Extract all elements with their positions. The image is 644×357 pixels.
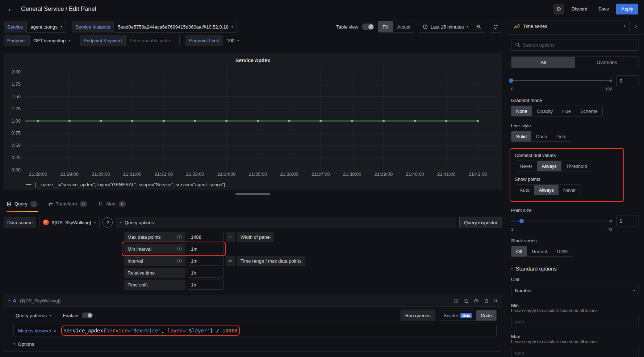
legend-series-label[interactable]: {__name__="service_apdex", layer="GENERA… xyxy=(34,182,225,187)
stack-100-option[interactable]: 100% xyxy=(552,246,573,256)
min-input[interactable] xyxy=(511,316,639,327)
gradient-mode-label: Gradient mode xyxy=(511,98,639,103)
data-source-picker[interactable]: ${DS_SkyWalking} ▾ xyxy=(39,217,100,228)
max-input[interactable] xyxy=(511,347,639,357)
query-row-header[interactable]: ▾ A (${DS_SkyWalking}) xyxy=(4,295,502,307)
data-source-label: Data source xyxy=(4,217,36,228)
endpoint-keyword-input[interactable] xyxy=(125,35,180,46)
stack-off-option[interactable]: Off xyxy=(511,246,527,256)
service-instance-variable-picker[interactable]: 5eed0e5758a244aca6e7699415d360aa@10.52.0… xyxy=(114,21,237,33)
time-series-icon xyxy=(514,24,520,29)
min-interval-input[interactable] xyxy=(188,244,224,254)
service-variable-picker[interactable]: agent::songs ▾ xyxy=(26,21,66,33)
endpoint-limit-label: Endpoint Limit xyxy=(185,35,222,46)
x-tick-label: 21:35:00 xyxy=(242,171,274,177)
data-point xyxy=(414,120,416,122)
time-shift-input[interactable] xyxy=(188,280,224,290)
query-expression[interactable]: service_apdex{service='$service', layer=… xyxy=(63,328,238,333)
relative-time-row: Relative time xyxy=(124,268,502,278)
table-view-toggle[interactable] xyxy=(362,24,374,30)
query-history-button[interactable] xyxy=(453,298,459,303)
x-tick-label: 21:36:00 xyxy=(273,171,306,177)
info-icon[interactable]: i xyxy=(177,247,182,251)
endpoint-keyword-label: Endpoint Keyword xyxy=(80,35,126,46)
duplicate-query-button[interactable] xyxy=(464,298,468,303)
query-patterns-dropdown[interactable]: Query patterns ▾ xyxy=(13,310,54,320)
tab-alert[interactable]: Alert 0 xyxy=(98,196,126,212)
fill-opacity-value-input[interactable] xyxy=(616,75,639,86)
tab-transform[interactable]: ⇄ Transform 0 xyxy=(49,196,87,212)
chart-plot-area[interactable] xyxy=(25,65,497,170)
fill-opacity-slider[interactable] xyxy=(511,77,612,84)
panel-settings-button[interactable]: ⚙ xyxy=(553,4,564,14)
apply-button[interactable]: Apply xyxy=(616,4,638,14)
line-dots-option[interactable]: Dots xyxy=(552,131,571,141)
max-data-points-input[interactable] xyxy=(188,232,224,242)
line-dash-option[interactable]: Dash xyxy=(531,131,552,141)
interval-row: Interval i = Time range / max data point… xyxy=(124,256,502,266)
tab-all[interactable]: All xyxy=(511,57,575,68)
x-tick-label: 21:31:00 xyxy=(116,171,149,177)
remove-query-button[interactable] xyxy=(484,298,489,303)
run-queries-button[interactable]: Run queries xyxy=(401,310,435,321)
time-range-picker[interactable]: Last 15 minutes ▾ xyxy=(419,21,472,33)
standard-options-section[interactable]: ▾ Standard options xyxy=(511,265,639,272)
refresh-button[interactable] xyxy=(489,21,502,33)
back-button[interactable]: ← xyxy=(6,5,16,13)
panel-options-sidebar: Time series ▾ › All Overrides xyxy=(506,18,644,357)
connect-always-option[interactable]: Always xyxy=(537,161,561,171)
info-icon[interactable]: i xyxy=(177,259,182,263)
connect-threshold-option[interactable]: Threshold xyxy=(561,161,592,171)
trash-icon xyxy=(484,298,489,303)
options-search-input[interactable] xyxy=(523,42,635,48)
builder-mode-option[interactable]: Builder Beta xyxy=(439,310,476,320)
gradient-scheme-option[interactable]: Scheme xyxy=(576,106,602,116)
data-point xyxy=(382,120,385,122)
tab-overrides[interactable]: Overrides xyxy=(575,57,639,68)
actual-option[interactable]: Actual xyxy=(393,21,415,32)
gradient-hue-option[interactable]: Hue xyxy=(557,106,576,116)
toggle-query-visibility-button[interactable] xyxy=(473,298,479,303)
info-icon[interactable]: i xyxy=(177,235,182,239)
endpoint-keyword-variable: Endpoint Keyword xyxy=(80,35,180,46)
chart-legend: {__name__="service_apdex", layer="GENERA… xyxy=(4,179,502,190)
gradient-none-option[interactable]: None xyxy=(511,106,532,116)
query-options-collapse[interactable]: ▾ Options xyxy=(13,341,497,347)
interval-input[interactable] xyxy=(188,256,224,266)
panel-resize-handle[interactable] xyxy=(235,193,270,195)
line-solid-option[interactable]: Solid xyxy=(511,131,531,141)
zoom-out-button[interactable] xyxy=(472,21,485,33)
unit-select[interactable]: Number ▾ xyxy=(511,285,639,296)
slider-handle[interactable] xyxy=(519,219,524,223)
service-instance-variable-label: Service Instance xyxy=(72,21,114,33)
endpoint-variable-value: GET:/songs/top xyxy=(33,38,66,43)
collapse-options-button[interactable]: › xyxy=(632,23,640,30)
metrics-browser-button[interactable]: Metrics browser > xyxy=(14,325,60,336)
fill-option[interactable]: Fill xyxy=(378,21,393,32)
data-source-help-button[interactable]: ? xyxy=(103,217,113,228)
point-size-value-input[interactable] xyxy=(616,216,639,226)
slider-handle[interactable] xyxy=(509,78,513,83)
visualization-picker[interactable]: Time series ▾ xyxy=(510,21,630,32)
gradient-opacity-option[interactable]: Opacity xyxy=(532,106,557,116)
query-inspector-button[interactable]: Query inspector xyxy=(459,217,502,228)
stack-normal-option[interactable]: Normal xyxy=(527,246,552,256)
points-auto-option[interactable]: Auto xyxy=(515,185,534,195)
points-never-option[interactable]: Never xyxy=(559,185,581,195)
data-point xyxy=(257,120,259,122)
points-always-option[interactable]: Always xyxy=(534,185,559,195)
relative-time-input[interactable] xyxy=(188,268,224,278)
tab-query[interactable]: Query 1 xyxy=(7,196,38,212)
discard-button[interactable]: Discard xyxy=(568,4,591,14)
endpoint-variable-picker[interactable]: GET:/songs/top ▾ xyxy=(29,35,74,46)
endp​oint-limit-picker[interactable]: 100 ▾ xyxy=(223,35,243,46)
drag-query-handle[interactable]: ⠿ xyxy=(494,298,497,303)
connect-never-option[interactable]: Never xyxy=(515,161,537,171)
code-mode-option[interactable]: Code xyxy=(476,310,496,320)
point-size-slider[interactable] xyxy=(511,217,612,225)
chevron-down-icon[interactable]: ▾ xyxy=(8,299,10,302)
query-options-toggle[interactable]: ▾ Query options xyxy=(116,217,456,228)
explain-toggle[interactable] xyxy=(82,313,93,318)
chevron-down-icon: ▾ xyxy=(94,221,96,224)
save-button[interactable]: Save xyxy=(595,4,613,14)
